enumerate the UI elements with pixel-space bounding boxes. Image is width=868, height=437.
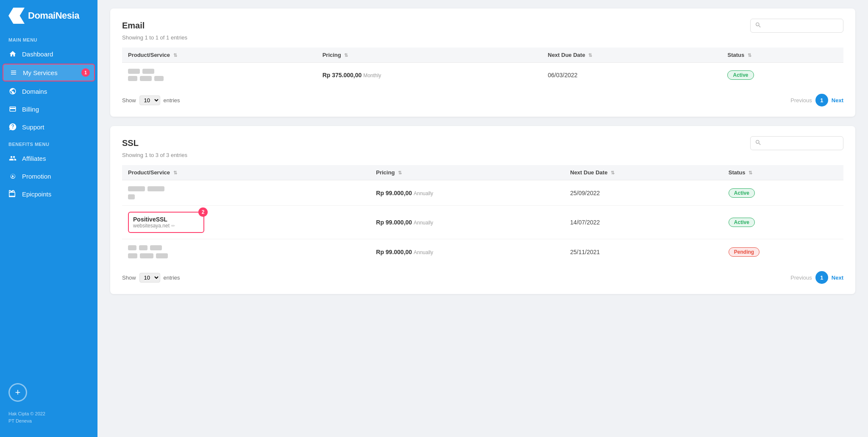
edit-icon[interactable]: ✏ bbox=[171, 223, 175, 229]
ssl-next-button[interactable]: Next bbox=[832, 275, 843, 281]
sidebar-item-dashboard-label: Dashboard bbox=[22, 50, 53, 58]
logo-icon bbox=[8, 8, 25, 24]
benefits-menu-label: Benefits Menu bbox=[0, 136, 97, 149]
status-badge: Active bbox=[727, 70, 754, 80]
ssl-row3-product bbox=[122, 239, 370, 265]
ssl-row1-status: Active bbox=[723, 180, 843, 206]
table-row: Rp 99.000,00 Annually 25/09/2022 Active bbox=[122, 180, 843, 206]
table-row: Rp 99.000,00 Annually 25/11/2021 Pending bbox=[122, 239, 843, 265]
ssl-table: Product/Service ⇅ Pricing ⇅ Next Due Dat… bbox=[122, 165, 843, 264]
ssl-row3-due-date: 25/11/2021 bbox=[564, 239, 723, 265]
ssl-search-input[interactable] bbox=[764, 140, 839, 147]
ssl-col-status: Status ⇅ bbox=[723, 165, 843, 180]
email-row-product bbox=[122, 63, 317, 87]
ssl-search-icon bbox=[755, 139, 762, 147]
sidebar-item-billing[interactable]: Billing bbox=[0, 100, 97, 118]
email-entries-select[interactable]: 10 25 50 bbox=[139, 95, 160, 105]
ssl-product-name[interactable]: PositiveSSL bbox=[133, 216, 199, 223]
email-col-product: Product/Service ⇅ bbox=[122, 48, 317, 63]
sidebar-item-domains[interactable]: Domains bbox=[0, 82, 97, 100]
sidebar-item-promotion-label: Promotion bbox=[22, 173, 51, 180]
status-badge: Pending bbox=[729, 247, 760, 257]
email-pagination: Previous 1 Next bbox=[790, 94, 843, 106]
email-col-pricing: Pricing ⇅ bbox=[317, 48, 542, 63]
email-search-box[interactable] bbox=[750, 19, 843, 33]
ssl-row3-status: Pending bbox=[723, 239, 843, 265]
email-next-button[interactable]: Next bbox=[832, 97, 843, 104]
sort-icon-status[interactable]: ⇅ bbox=[748, 53, 751, 58]
ssl-row1-product bbox=[122, 180, 370, 206]
email-page-1[interactable]: 1 bbox=[815, 94, 828, 106]
main-content: Email Showing 1 to 1 of 1 entries Produc… bbox=[97, 0, 868, 437]
sidebar-item-epicpoints-label: Epicpoints bbox=[22, 190, 51, 198]
affiliates-icon bbox=[8, 154, 17, 162]
email-prev-button[interactable]: Previous bbox=[790, 97, 812, 104]
ssl-search-box[interactable] bbox=[750, 136, 843, 150]
email-search-icon bbox=[755, 22, 762, 30]
ssl-col-due-date: Next Due Date ⇅ bbox=[564, 165, 723, 180]
ssl-show-entries: Show 10 25 50 entries bbox=[122, 273, 180, 283]
home-icon bbox=[8, 50, 17, 58]
ssl-showing: Showing 1 to 3 of 3 entries bbox=[122, 152, 843, 158]
add-button[interactable]: + bbox=[8, 383, 27, 402]
sidebar-bottom: + bbox=[0, 378, 97, 407]
sidebar-item-affiliates-label: Affiliates bbox=[22, 155, 46, 162]
email-section-title: Email bbox=[122, 21, 145, 31]
status-badge: Active bbox=[729, 218, 755, 227]
sort-icon-pricing[interactable]: ⇅ bbox=[344, 53, 348, 58]
sidebar-item-my-services-label: My Services bbox=[23, 69, 58, 76]
ssl-col-product: Product/Service ⇅ bbox=[122, 165, 370, 180]
email-search-input[interactable] bbox=[764, 22, 839, 29]
ssl-row2-pricing: Rp 99.000,00 Annually bbox=[370, 206, 564, 239]
ssl-entries-select[interactable]: 10 25 50 bbox=[139, 273, 160, 283]
ssl-page-1[interactable]: 1 bbox=[815, 271, 828, 284]
email-row-pricing: Rp 375.000,00 Monthly bbox=[317, 63, 542, 87]
ssl-row1-due-date: 25/09/2022 bbox=[564, 180, 723, 206]
email-table: Product/Service ⇅ Pricing ⇅ Next Due Dat… bbox=[122, 48, 843, 87]
sidebar-item-billing-label: Billing bbox=[22, 106, 39, 113]
status-badge: Active bbox=[729, 188, 755, 198]
ssl-section-title: SSL bbox=[122, 138, 139, 148]
ssl-row2-status: Active bbox=[723, 206, 843, 239]
ssl-row1-pricing: Rp 99.000,00 Annually bbox=[370, 180, 564, 206]
logo: DomaiNesia bbox=[0, 0, 97, 31]
sort-icon-due-date[interactable]: ⇅ bbox=[588, 53, 592, 58]
ssl-sort-product[interactable]: ⇅ bbox=[173, 170, 177, 176]
domains-icon bbox=[8, 87, 17, 95]
ssl-sort-pricing[interactable]: ⇅ bbox=[398, 170, 402, 176]
sort-icon-product[interactable]: ⇅ bbox=[173, 53, 177, 58]
email-row-status: Active bbox=[721, 63, 843, 87]
ssl-sort-status[interactable]: ⇅ bbox=[748, 170, 752, 176]
promotion-icon bbox=[8, 172, 17, 180]
sidebar-item-my-services[interactable]: My Services 1 bbox=[3, 64, 95, 81]
sidebar: DomaiNesia Main Menu Dashboard My Servic… bbox=[0, 0, 97, 437]
sidebar-item-support[interactable]: Support bbox=[0, 118, 97, 136]
email-show-entries: Show 10 25 50 entries bbox=[122, 95, 180, 105]
ssl-table-footer: Show 10 25 50 entries Previous 1 Next bbox=[122, 271, 843, 284]
email-col-status: Status ⇅ bbox=[721, 48, 843, 63]
sidebar-item-epicpoints[interactable]: Epicpoints bbox=[0, 185, 97, 203]
sidebar-item-promotion[interactable]: Promotion bbox=[0, 167, 97, 185]
ssl-product-domain: websitesaya.net ✏ bbox=[133, 223, 199, 229]
copyright: Hak Cipta © 2022 PT Deneva bbox=[0, 407, 97, 429]
ssl-row3-pricing: Rp 99.000,00 Annually bbox=[370, 239, 564, 265]
email-col-due-date: Next Due Date ⇅ bbox=[542, 48, 722, 63]
ssl-prev-button[interactable]: Previous bbox=[790, 275, 812, 281]
main-menu-label: Main Menu bbox=[0, 31, 97, 45]
sidebar-item-dashboard[interactable]: Dashboard bbox=[0, 45, 97, 63]
email-row-due-date: 06/03/2022 bbox=[542, 63, 722, 87]
ssl-pagination: Previous 1 Next bbox=[790, 271, 843, 284]
email-showing: Showing 1 to 1 of 1 entries bbox=[122, 34, 843, 41]
sidebar-item-support-label: Support bbox=[22, 123, 45, 131]
sidebar-item-affiliates[interactable]: Affiliates bbox=[0, 149, 97, 167]
ssl-row2-product: PositiveSSL websitesaya.net ✏ 2 bbox=[122, 206, 370, 239]
ssl-section: SSL Showing 1 to 3 of 3 entries Product/… bbox=[110, 126, 855, 294]
billing-icon bbox=[8, 105, 17, 113]
ssl-highlighted-row: PositiveSSL websitesaya.net ✏ 2 Rp 99.00… bbox=[122, 206, 843, 239]
email-section: Email Showing 1 to 1 of 1 entries Produc… bbox=[110, 8, 855, 117]
table-row: Rp 375.000,00 Monthly 06/03/2022 Active bbox=[122, 63, 843, 87]
my-services-badge: 1 bbox=[81, 68, 90, 77]
support-icon bbox=[8, 123, 17, 131]
ssl-sort-due-date[interactable]: ⇅ bbox=[611, 170, 615, 176]
highlighted-row-badge: 2 bbox=[198, 207, 208, 217]
